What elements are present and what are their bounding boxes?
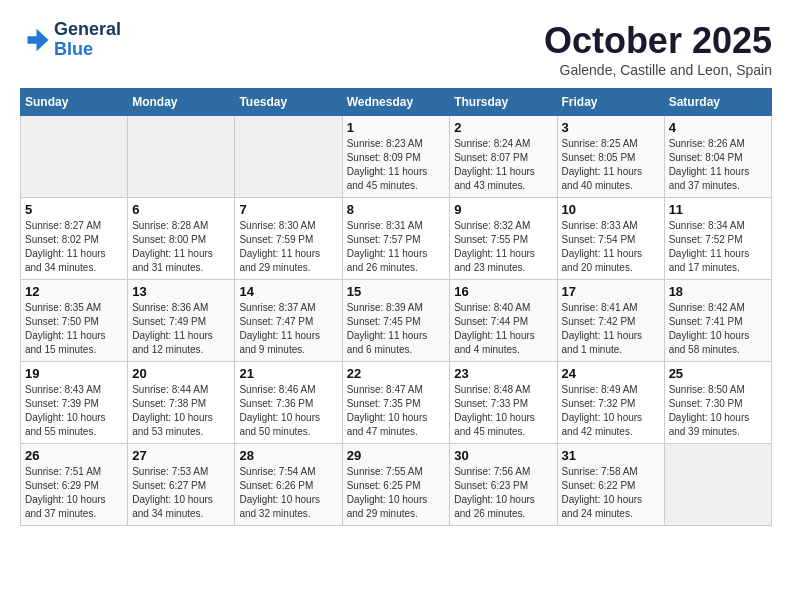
day-info: Sunrise: 8:49 AM Sunset: 7:32 PM Dayligh… [562, 383, 660, 439]
day-info: Sunrise: 8:46 AM Sunset: 7:36 PM Dayligh… [239, 383, 337, 439]
calendar-cell: 27Sunrise: 7:53 AM Sunset: 6:27 PM Dayli… [128, 444, 235, 526]
calendar-cell: 4Sunrise: 8:26 AM Sunset: 8:04 PM Daylig… [664, 116, 771, 198]
header-day-thursday: Thursday [450, 89, 557, 116]
header-day-wednesday: Wednesday [342, 89, 450, 116]
day-number: 8 [347, 202, 446, 217]
calendar-week-4: 19Sunrise: 8:43 AM Sunset: 7:39 PM Dayli… [21, 362, 772, 444]
day-info: Sunrise: 8:41 AM Sunset: 7:42 PM Dayligh… [562, 301, 660, 357]
calendar-cell: 9Sunrise: 8:32 AM Sunset: 7:55 PM Daylig… [450, 198, 557, 280]
day-number: 12 [25, 284, 123, 299]
calendar-cell [235, 116, 342, 198]
logo-text: General Blue [54, 20, 121, 60]
calendar-cell: 31Sunrise: 7:58 AM Sunset: 6:22 PM Dayli… [557, 444, 664, 526]
day-info: Sunrise: 8:31 AM Sunset: 7:57 PM Dayligh… [347, 219, 446, 275]
calendar-week-3: 12Sunrise: 8:35 AM Sunset: 7:50 PM Dayli… [21, 280, 772, 362]
calendar-cell: 14Sunrise: 8:37 AM Sunset: 7:47 PM Dayli… [235, 280, 342, 362]
calendar-cell: 29Sunrise: 7:55 AM Sunset: 6:25 PM Dayli… [342, 444, 450, 526]
day-number: 22 [347, 366, 446, 381]
calendar-cell: 18Sunrise: 8:42 AM Sunset: 7:41 PM Dayli… [664, 280, 771, 362]
day-number: 7 [239, 202, 337, 217]
day-info: Sunrise: 8:35 AM Sunset: 7:50 PM Dayligh… [25, 301, 123, 357]
day-number: 26 [25, 448, 123, 463]
calendar-cell: 1Sunrise: 8:23 AM Sunset: 8:09 PM Daylig… [342, 116, 450, 198]
day-number: 18 [669, 284, 767, 299]
day-number: 21 [239, 366, 337, 381]
day-number: 13 [132, 284, 230, 299]
day-number: 16 [454, 284, 552, 299]
logo-icon [20, 25, 50, 55]
calendar-table: SundayMondayTuesdayWednesdayThursdayFrid… [20, 88, 772, 526]
day-info: Sunrise: 8:32 AM Sunset: 7:55 PM Dayligh… [454, 219, 552, 275]
day-info: Sunrise: 8:43 AM Sunset: 7:39 PM Dayligh… [25, 383, 123, 439]
calendar-week-2: 5Sunrise: 8:27 AM Sunset: 8:02 PM Daylig… [21, 198, 772, 280]
day-number: 28 [239, 448, 337, 463]
day-info: Sunrise: 8:48 AM Sunset: 7:33 PM Dayligh… [454, 383, 552, 439]
header-day-monday: Monday [128, 89, 235, 116]
day-number: 1 [347, 120, 446, 135]
calendar-cell [128, 116, 235, 198]
day-info: Sunrise: 8:42 AM Sunset: 7:41 PM Dayligh… [669, 301, 767, 357]
header-day-friday: Friday [557, 89, 664, 116]
month-title: October 2025 [544, 20, 772, 62]
day-number: 30 [454, 448, 552, 463]
calendar-cell: 15Sunrise: 8:39 AM Sunset: 7:45 PM Dayli… [342, 280, 450, 362]
calendar-cell: 30Sunrise: 7:56 AM Sunset: 6:23 PM Dayli… [450, 444, 557, 526]
calendar-cell: 17Sunrise: 8:41 AM Sunset: 7:42 PM Dayli… [557, 280, 664, 362]
calendar-header-row: SundayMondayTuesdayWednesdayThursdayFrid… [21, 89, 772, 116]
calendar-cell: 19Sunrise: 8:43 AM Sunset: 7:39 PM Dayli… [21, 362, 128, 444]
day-number: 17 [562, 284, 660, 299]
day-info: Sunrise: 8:37 AM Sunset: 7:47 PM Dayligh… [239, 301, 337, 357]
day-number: 23 [454, 366, 552, 381]
day-number: 19 [25, 366, 123, 381]
day-info: Sunrise: 8:30 AM Sunset: 7:59 PM Dayligh… [239, 219, 337, 275]
day-info: Sunrise: 8:34 AM Sunset: 7:52 PM Dayligh… [669, 219, 767, 275]
day-number: 20 [132, 366, 230, 381]
day-info: Sunrise: 8:23 AM Sunset: 8:09 PM Dayligh… [347, 137, 446, 193]
day-number: 29 [347, 448, 446, 463]
header-day-tuesday: Tuesday [235, 89, 342, 116]
day-number: 4 [669, 120, 767, 135]
day-info: Sunrise: 7:56 AM Sunset: 6:23 PM Dayligh… [454, 465, 552, 521]
day-info: Sunrise: 7:55 AM Sunset: 6:25 PM Dayligh… [347, 465, 446, 521]
calendar-cell: 26Sunrise: 7:51 AM Sunset: 6:29 PM Dayli… [21, 444, 128, 526]
day-info: Sunrise: 8:25 AM Sunset: 8:05 PM Dayligh… [562, 137, 660, 193]
calendar-cell: 21Sunrise: 8:46 AM Sunset: 7:36 PM Dayli… [235, 362, 342, 444]
day-info: Sunrise: 8:40 AM Sunset: 7:44 PM Dayligh… [454, 301, 552, 357]
day-info: Sunrise: 8:39 AM Sunset: 7:45 PM Dayligh… [347, 301, 446, 357]
calendar-cell: 2Sunrise: 8:24 AM Sunset: 8:07 PM Daylig… [450, 116, 557, 198]
day-number: 3 [562, 120, 660, 135]
calendar-cell: 3Sunrise: 8:25 AM Sunset: 8:05 PM Daylig… [557, 116, 664, 198]
day-number: 10 [562, 202, 660, 217]
day-info: Sunrise: 8:28 AM Sunset: 8:00 PM Dayligh… [132, 219, 230, 275]
calendar-cell: 6Sunrise: 8:28 AM Sunset: 8:00 PM Daylig… [128, 198, 235, 280]
header-day-saturday: Saturday [664, 89, 771, 116]
day-number: 25 [669, 366, 767, 381]
calendar-cell: 22Sunrise: 8:47 AM Sunset: 7:35 PM Dayli… [342, 362, 450, 444]
calendar-cell: 8Sunrise: 8:31 AM Sunset: 7:57 PM Daylig… [342, 198, 450, 280]
day-info: Sunrise: 7:54 AM Sunset: 6:26 PM Dayligh… [239, 465, 337, 521]
day-number: 9 [454, 202, 552, 217]
location-subtitle: Galende, Castille and Leon, Spain [544, 62, 772, 78]
calendar-cell: 20Sunrise: 8:44 AM Sunset: 7:38 PM Dayli… [128, 362, 235, 444]
day-number: 15 [347, 284, 446, 299]
day-number: 5 [25, 202, 123, 217]
day-info: Sunrise: 8:26 AM Sunset: 8:04 PM Dayligh… [669, 137, 767, 193]
day-number: 31 [562, 448, 660, 463]
day-info: Sunrise: 8:36 AM Sunset: 7:49 PM Dayligh… [132, 301, 230, 357]
calendar-week-1: 1Sunrise: 8:23 AM Sunset: 8:09 PM Daylig… [21, 116, 772, 198]
calendar-cell: 5Sunrise: 8:27 AM Sunset: 8:02 PM Daylig… [21, 198, 128, 280]
day-info: Sunrise: 8:24 AM Sunset: 8:07 PM Dayligh… [454, 137, 552, 193]
calendar-week-5: 26Sunrise: 7:51 AM Sunset: 6:29 PM Dayli… [21, 444, 772, 526]
day-number: 24 [562, 366, 660, 381]
calendar-cell: 28Sunrise: 7:54 AM Sunset: 6:26 PM Dayli… [235, 444, 342, 526]
calendar-cell: 25Sunrise: 8:50 AM Sunset: 7:30 PM Dayli… [664, 362, 771, 444]
calendar-cell [664, 444, 771, 526]
calendar-cell: 16Sunrise: 8:40 AM Sunset: 7:44 PM Dayli… [450, 280, 557, 362]
day-info: Sunrise: 8:33 AM Sunset: 7:54 PM Dayligh… [562, 219, 660, 275]
day-number: 11 [669, 202, 767, 217]
day-number: 6 [132, 202, 230, 217]
day-info: Sunrise: 7:58 AM Sunset: 6:22 PM Dayligh… [562, 465, 660, 521]
day-number: 2 [454, 120, 552, 135]
header-day-sunday: Sunday [21, 89, 128, 116]
logo: General Blue [20, 20, 121, 60]
